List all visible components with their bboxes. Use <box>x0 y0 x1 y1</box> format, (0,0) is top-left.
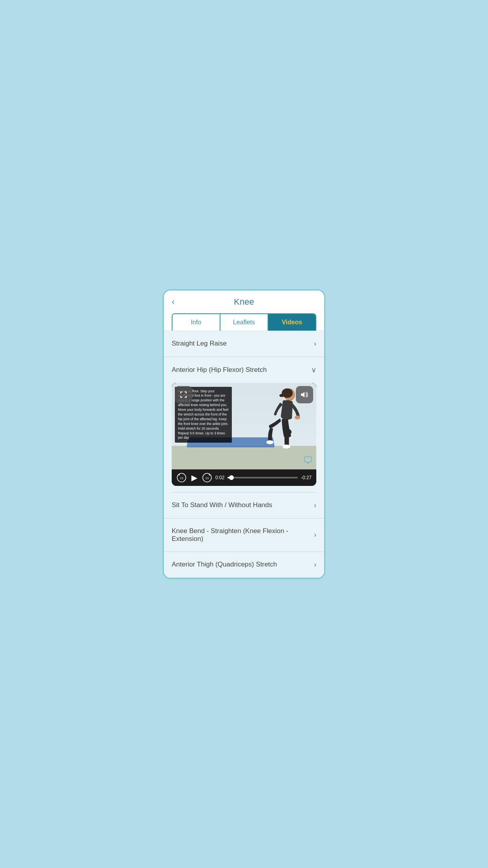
header: ‹ Knee Info Leaflets Videos <box>164 291 324 331</box>
airplay-icon[interactable] <box>304 456 312 465</box>
header-top: ‹ Knee <box>172 297 316 312</box>
list-item-sit-to-stand[interactable]: Sit To Stand With / Without Hands › <box>164 493 324 519</box>
video-container: Kneel on floor. Step your unaffected foo… <box>172 383 316 486</box>
tab-videos[interactable]: Videos <box>268 314 316 331</box>
content-area: Straight Leg Raise › Anterior Hip (Hip F… <box>164 331 324 578</box>
item-label-anterior-hip: Anterior Hip (Hip Flexor) Stretch <box>172 366 311 374</box>
svg-point-3 <box>295 416 300 419</box>
progress-fill <box>227 477 232 478</box>
volume-button[interactable] <box>296 386 313 403</box>
item-label-anterior-thigh: Anterior Thigh (Quadriceps) Stretch <box>172 561 314 568</box>
chevron-down-icon-anterior-hip: ∨ <box>311 366 316 374</box>
rewind-button[interactable]: 15 <box>176 473 187 483</box>
list-item-anterior-hip: Anterior Hip (Hip Flexor) Stretch ∨ <box>164 357 324 486</box>
phone-frame: ‹ Knee Info Leaflets Videos Straight Leg… <box>163 289 325 579</box>
progress-dot <box>229 475 234 480</box>
chevron-icon-knee-bend: › <box>314 531 316 539</box>
remaining-time: -0:27 <box>301 475 312 480</box>
video-player[interactable]: Kneel on floor. Step your unaffected foo… <box>172 383 316 486</box>
video-scene: Kneel on floor. Step your unaffected foo… <box>172 383 316 469</box>
expand-button[interactable] <box>175 386 192 403</box>
tabs-container: Info Leaflets Videos <box>172 313 316 331</box>
list-item-anterior-thigh[interactable]: Anterior Thigh (Quadriceps) Stretch › <box>164 552 324 578</box>
svg-text:15: 15 <box>180 476 183 480</box>
item-label-knee-bend: Knee Bend - Straighten (Knee Flexion - E… <box>172 527 314 543</box>
list-item-straight-leg-raise[interactable]: Straight Leg Raise › <box>164 331 324 357</box>
chevron-icon-straight-leg-raise: › <box>314 340 316 348</box>
video-bottom-bar: 15 ▶ 15 <box>172 469 316 486</box>
page-title: Knee <box>234 297 254 307</box>
current-time: 0:02 <box>215 475 224 480</box>
list-item-knee-bend[interactable]: Knee Bend - Straighten (Knee Flexion - E… <box>164 519 324 552</box>
svg-text:15: 15 <box>205 476 209 480</box>
item-label-straight-leg-raise: Straight Leg Raise <box>172 340 314 348</box>
progress-bar[interactable] <box>227 477 297 478</box>
video-controls-row: 15 ▶ 15 <box>176 473 312 483</box>
anterior-hip-header[interactable]: Anterior Hip (Hip Flexor) Stretch ∨ <box>164 357 324 383</box>
item-label-sit-to-stand: Sit To Stand With / Without Hands <box>172 501 314 509</box>
play-button[interactable]: ▶ <box>190 473 199 482</box>
chevron-icon-sit-to-stand: › <box>314 501 316 509</box>
tab-info[interactable]: Info <box>172 314 220 331</box>
tab-leaflets[interactable]: Leaflets <box>220 314 268 331</box>
svg-point-5 <box>283 445 290 449</box>
forward-button[interactable]: 15 <box>202 473 212 483</box>
back-button[interactable]: ‹ <box>172 297 174 307</box>
chevron-icon-anterior-thigh: › <box>314 561 316 569</box>
svg-point-6 <box>266 440 273 444</box>
video-top-controls <box>172 383 316 406</box>
